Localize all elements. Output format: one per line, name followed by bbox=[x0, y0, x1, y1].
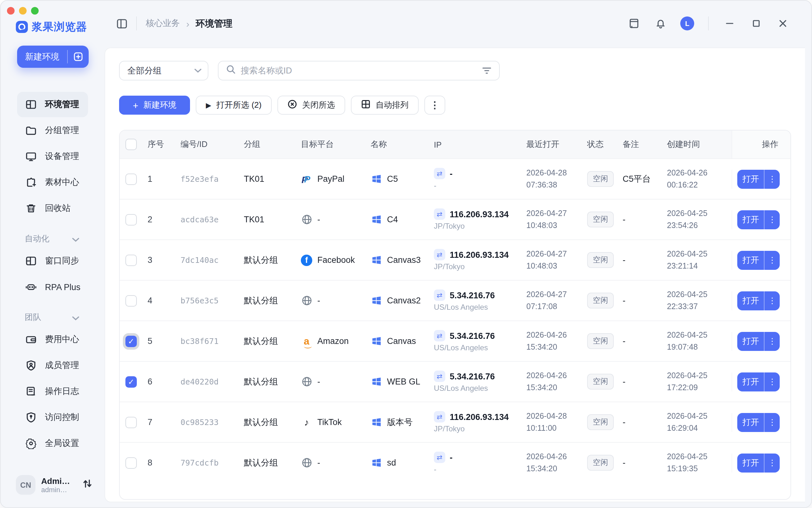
sidebar-item-environments[interactable]: 环境管理 bbox=[17, 92, 88, 117]
chevron-down-icon[interactable] bbox=[72, 234, 79, 244]
row-group: TK01 bbox=[239, 215, 296, 224]
open-environment-button[interactable]: 打开⋮ bbox=[737, 453, 780, 472]
sidebar-item-materials[interactable]: 素材中心 bbox=[17, 170, 88, 195]
sidebar-item-operation-logs[interactable]: 操作日志 bbox=[17, 379, 88, 404]
auto-arrange-button[interactable]: 自动排列 bbox=[351, 96, 419, 115]
column-header-id[interactable]: 编号/ID bbox=[175, 139, 239, 150]
row-kebab-menu-icon[interactable]: ⋮ bbox=[765, 210, 780, 229]
account-avatar[interactable]: L bbox=[680, 16, 694, 30]
ip-value: 116.206.93.134 bbox=[450, 209, 509, 219]
row-kebab-menu-icon[interactable]: ⋮ bbox=[765, 372, 780, 391]
column-header-ip[interactable]: IP bbox=[429, 140, 521, 149]
sidebar-item-global-settings[interactable]: 全局设置 bbox=[17, 431, 88, 456]
sidebar-item-members[interactable]: 成员管理 bbox=[17, 353, 88, 378]
platform-label: - bbox=[317, 215, 320, 224]
sidebar-item-groups[interactable]: 分组管理 bbox=[17, 118, 88, 143]
row-kebab-menu-icon[interactable]: ⋮ bbox=[765, 413, 780, 432]
open-environment-button[interactable]: 打开⋮ bbox=[737, 251, 780, 269]
row-checkbox[interactable] bbox=[125, 173, 137, 185]
column-header-platform[interactable]: 目标平台 bbox=[296, 139, 366, 150]
row-kebab-menu-icon[interactable]: ⋮ bbox=[765, 251, 780, 269]
close-selected-button[interactable]: 关闭所选 bbox=[277, 96, 345, 115]
row-checkbox[interactable] bbox=[125, 417, 137, 428]
notifications-bell-icon[interactable] bbox=[654, 16, 668, 30]
chevron-down-icon[interactable] bbox=[72, 312, 79, 322]
close-window-icon[interactable] bbox=[776, 16, 790, 30]
open-environment-button[interactable]: 打开⋮ bbox=[737, 413, 780, 432]
sidebar-toggle-icon[interactable] bbox=[112, 14, 131, 33]
status-badge: 空闲 bbox=[587, 212, 614, 227]
env-name: sd bbox=[387, 458, 396, 467]
row-checkbox[interactable] bbox=[125, 214, 137, 225]
minimize-traffic-icon[interactable] bbox=[19, 7, 27, 14]
column-header-seq[interactable]: 序号 bbox=[142, 139, 175, 150]
table-row: 3 7dc140ac 默认分组 f Facebook Canvas3 ⇄116.… bbox=[120, 240, 790, 280]
sidebar-item-label: 全局设置 bbox=[45, 438, 79, 449]
open-selected-button[interactable]: ▶ 打开所选 (2) bbox=[196, 96, 272, 115]
table-row: ✓ 5 bc38f671 默认分组 a Amazon Canvas ⇄5.34.… bbox=[120, 321, 790, 361]
filter-lines-icon[interactable] bbox=[482, 67, 492, 75]
row-kebab-menu-icon[interactable]: ⋮ bbox=[765, 453, 780, 472]
top-bar: 核心业务 › 环境管理 L bbox=[104, 1, 811, 46]
search-input[interactable] bbox=[241, 66, 477, 75]
column-header-status[interactable]: 状态 bbox=[582, 139, 617, 150]
row-checkbox[interactable]: ✓ bbox=[125, 335, 137, 347]
maximize-window-icon[interactable] bbox=[749, 16, 763, 30]
windows-icon bbox=[371, 417, 382, 428]
select-all-checkbox[interactable] bbox=[125, 139, 137, 150]
column-header-name[interactable]: 名称 bbox=[366, 139, 429, 150]
row-checkbox[interactable]: ✓ bbox=[125, 376, 137, 387]
table-row: 8 797cdcfb 默认分组 - sd ⇄- - 2026 bbox=[120, 442, 790, 483]
close-traffic-icon[interactable] bbox=[7, 7, 14, 14]
group-filter-dropdown[interactable]: 全部分组 bbox=[119, 61, 208, 80]
last-open-time: 2026-04-2707:17:08 bbox=[521, 289, 582, 312]
section-automation[interactable]: 自动化 bbox=[25, 229, 88, 248]
sidebar-item-window-sync[interactable]: 窗口同步 bbox=[17, 248, 88, 273]
row-checkbox[interactable] bbox=[125, 457, 137, 468]
sidebar-item-access-control[interactable]: 访问控制 bbox=[17, 405, 88, 430]
new-environment-toolbar-button[interactable]: + 新建环境 bbox=[119, 96, 190, 115]
column-header-group[interactable]: 分组 bbox=[239, 139, 296, 150]
row-checkbox[interactable] bbox=[125, 254, 137, 266]
row-kebab-menu-icon[interactable]: ⋮ bbox=[765, 169, 780, 188]
logo-text: 浆果浏览器 bbox=[32, 19, 87, 34]
sidebar-item-rpa-plus[interactable]: RPA Plus bbox=[17, 274, 88, 300]
status-badge: 空闲 bbox=[587, 414, 614, 430]
row-checkbox[interactable] bbox=[125, 295, 137, 306]
plus-square-icon[interactable] bbox=[68, 52, 89, 61]
column-header-note[interactable]: 备注 bbox=[617, 139, 662, 150]
proxy-swap-icon: ⇄ bbox=[434, 249, 445, 260]
row-group: 默认分组 bbox=[239, 335, 296, 347]
wallet-icon bbox=[25, 334, 37, 345]
open-environment-button[interactable]: 打开⋮ bbox=[737, 210, 780, 229]
created-time: 2026-04-2517:22:09 bbox=[662, 370, 732, 394]
platform-label: TikTok bbox=[317, 417, 342, 427]
row-seq: 7 bbox=[142, 417, 175, 427]
docs-book-icon[interactable] bbox=[627, 16, 641, 30]
zoom-traffic-icon[interactable] bbox=[31, 7, 39, 14]
platform-label: - bbox=[317, 377, 320, 386]
column-header-created[interactable]: 创建时间 bbox=[662, 139, 732, 150]
open-environment-button[interactable]: 打开⋮ bbox=[737, 169, 780, 188]
ip-location: - bbox=[434, 465, 521, 474]
row-kebab-menu-icon[interactable]: ⋮ bbox=[765, 291, 780, 310]
section-team[interactable]: 团队 bbox=[25, 308, 88, 327]
open-environment-button[interactable]: 打开⋮ bbox=[737, 372, 780, 391]
switch-account-icon[interactable] bbox=[83, 479, 92, 491]
more-actions-button[interactable]: ⋮ bbox=[424, 96, 445, 115]
row-id: 0c985233 bbox=[175, 417, 239, 427]
user-account[interactable]: CN Admi… admin… bbox=[16, 475, 92, 495]
row-kebab-menu-icon[interactable]: ⋮ bbox=[765, 332, 780, 351]
sidebar-item-devices[interactable]: 设备管理 bbox=[17, 144, 88, 169]
column-header-last-open[interactable]: 最近打开 bbox=[521, 139, 582, 150]
sidebar-item-billing-center[interactable]: 费用中心 bbox=[17, 327, 88, 352]
proxy-swap-icon: ⇄ bbox=[434, 452, 445, 463]
breadcrumb-section[interactable]: 核心业务 bbox=[146, 18, 180, 29]
sidebar-item-recycle-bin[interactable]: 回收站 bbox=[17, 196, 88, 221]
window-sync-icon bbox=[25, 255, 37, 267]
new-environment-button[interactable]: 新建环境 bbox=[17, 46, 89, 68]
group-filter-value: 全部分组 bbox=[127, 65, 162, 76]
minimize-window-icon[interactable] bbox=[723, 16, 737, 30]
open-environment-button[interactable]: 打开⋮ bbox=[737, 332, 780, 351]
open-environment-button[interactable]: 打开⋮ bbox=[737, 291, 780, 310]
